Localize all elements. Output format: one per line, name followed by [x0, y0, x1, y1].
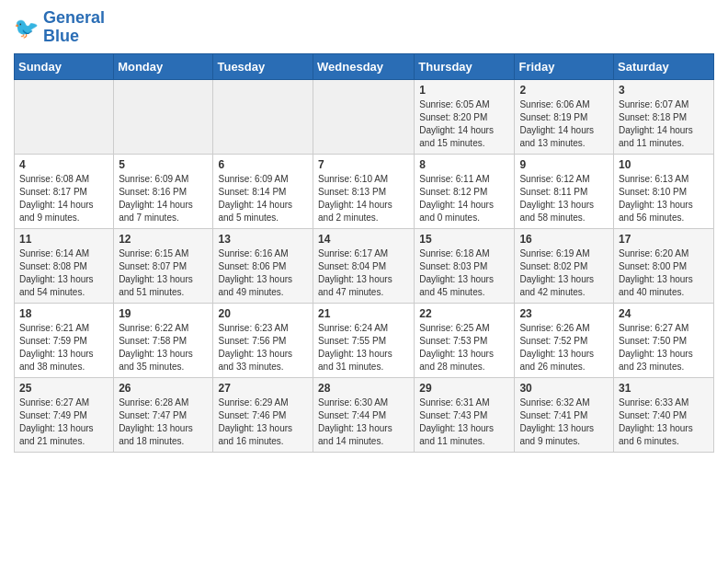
day-info: Sunrise: 6:30 AM Sunset: 7:44 PM Dayligh… [318, 396, 409, 448]
day-info: Sunrise: 6:33 AM Sunset: 7:40 PM Dayligh… [619, 396, 709, 448]
calendar-week-row: 25Sunrise: 6:27 AM Sunset: 7:49 PM Dayli… [15, 377, 714, 452]
logo-text: General Blue [43, 9, 105, 46]
day-number: 4 [19, 158, 108, 171]
calendar-day-27: 27Sunrise: 6:29 AM Sunset: 7:46 PM Dayli… [213, 377, 313, 452]
day-number: 22 [419, 307, 509, 320]
calendar-day-13: 13Sunrise: 6:16 AM Sunset: 8:06 PM Dayli… [213, 228, 313, 303]
day-number: 1 [419, 84, 509, 97]
day-number: 28 [318, 382, 409, 395]
calendar-day-7: 7Sunrise: 6:10 AM Sunset: 8:13 PM Daylig… [313, 154, 415, 228]
calendar-day-22: 22Sunrise: 6:25 AM Sunset: 7:53 PM Dayli… [415, 303, 515, 377]
day-info: Sunrise: 6:24 AM Sunset: 7:55 PM Dayligh… [318, 322, 409, 373]
calendar-empty-cell [15, 79, 114, 154]
day-info: Sunrise: 6:25 AM Sunset: 7:53 PM Dayligh… [419, 322, 509, 373]
calendar-day-14: 14Sunrise: 6:17 AM Sunset: 8:04 PM Dayli… [313, 228, 415, 303]
calendar-day-11: 11Sunrise: 6:14 AM Sunset: 8:08 PM Dayli… [15, 228, 114, 303]
day-number: 30 [519, 382, 609, 395]
calendar-week-row: 11Sunrise: 6:14 AM Sunset: 8:08 PM Dayli… [15, 228, 714, 303]
calendar-day-28: 28Sunrise: 6:30 AM Sunset: 7:44 PM Dayli… [313, 377, 415, 452]
calendar-day-20: 20Sunrise: 6:23 AM Sunset: 7:56 PM Dayli… [213, 303, 313, 377]
day-number: 18 [19, 307, 108, 320]
calendar-week-row: 1Sunrise: 6:05 AM Sunset: 8:20 PM Daylig… [15, 79, 714, 154]
weekday-header-saturday: Saturday [614, 53, 714, 79]
day-info: Sunrise: 6:05 AM Sunset: 8:20 PM Dayligh… [419, 98, 509, 150]
day-number: 3 [619, 84, 709, 97]
day-info: Sunrise: 6:32 AM Sunset: 7:41 PM Dayligh… [519, 396, 609, 448]
calendar-day-24: 24Sunrise: 6:27 AM Sunset: 7:50 PM Dayli… [614, 303, 714, 377]
day-number: 2 [519, 84, 609, 97]
calendar-day-10: 10Sunrise: 6:13 AM Sunset: 8:10 PM Dayli… [614, 154, 714, 228]
day-info: Sunrise: 6:14 AM Sunset: 8:08 PM Dayligh… [19, 247, 108, 299]
day-info: Sunrise: 6:31 AM Sunset: 7:43 PM Dayligh… [419, 396, 509, 448]
weekday-header-friday: Friday [515, 53, 614, 79]
day-number: 23 [519, 307, 609, 320]
day-info: Sunrise: 6:13 AM Sunset: 8:10 PM Dayligh… [619, 173, 709, 224]
weekday-header-tuesday: Tuesday [213, 53, 313, 79]
day-info: Sunrise: 6:27 AM Sunset: 7:49 PM Dayligh… [19, 396, 108, 448]
day-info: Sunrise: 6:28 AM Sunset: 7:47 PM Dayligh… [119, 396, 208, 448]
day-info: Sunrise: 6:19 AM Sunset: 8:02 PM Dayligh… [519, 247, 609, 299]
day-number: 12 [119, 233, 208, 246]
calendar-day-29: 29Sunrise: 6:31 AM Sunset: 7:43 PM Dayli… [415, 377, 515, 452]
calendar-day-30: 30Sunrise: 6:32 AM Sunset: 7:41 PM Dayli… [515, 377, 614, 452]
day-info: Sunrise: 6:07 AM Sunset: 8:18 PM Dayligh… [619, 98, 709, 150]
day-number: 20 [218, 307, 308, 320]
calendar-day-21: 21Sunrise: 6:24 AM Sunset: 7:55 PM Dayli… [313, 303, 415, 377]
calendar-day-3: 3Sunrise: 6:07 AM Sunset: 8:18 PM Daylig… [614, 79, 714, 154]
calendar-table: SundayMondayTuesdayWednesdayThursdayFrid… [14, 53, 714, 453]
day-info: Sunrise: 6:10 AM Sunset: 8:13 PM Dayligh… [318, 173, 409, 224]
day-info: Sunrise: 6:27 AM Sunset: 7:50 PM Dayligh… [619, 322, 709, 373]
weekday-header-sunday: Sunday [15, 53, 114, 79]
day-number: 26 [119, 382, 208, 395]
calendar-day-23: 23Sunrise: 6:26 AM Sunset: 7:52 PM Dayli… [515, 303, 614, 377]
day-number: 29 [419, 382, 509, 395]
calendar-day-18: 18Sunrise: 6:21 AM Sunset: 7:59 PM Dayli… [15, 303, 114, 377]
day-number: 21 [318, 307, 409, 320]
calendar-empty-cell [114, 79, 213, 154]
day-number: 13 [218, 233, 308, 246]
calendar-day-1: 1Sunrise: 6:05 AM Sunset: 8:20 PM Daylig… [415, 79, 515, 154]
weekday-header-wednesday: Wednesday [313, 53, 415, 79]
day-info: Sunrise: 6:09 AM Sunset: 8:16 PM Dayligh… [119, 173, 208, 224]
day-info: Sunrise: 6:21 AM Sunset: 7:59 PM Dayligh… [19, 322, 108, 373]
day-info: Sunrise: 6:20 AM Sunset: 8:00 PM Dayligh… [619, 247, 709, 299]
day-info: Sunrise: 6:18 AM Sunset: 8:03 PM Dayligh… [419, 247, 509, 299]
day-number: 6 [218, 158, 308, 171]
weekday-header-row: SundayMondayTuesdayWednesdayThursdayFrid… [15, 53, 714, 79]
day-info: Sunrise: 6:08 AM Sunset: 8:17 PM Dayligh… [19, 173, 108, 224]
day-number: 17 [619, 233, 709, 246]
logo: 🐦 General Blue [14, 9, 105, 46]
calendar-day-2: 2Sunrise: 6:06 AM Sunset: 8:19 PM Daylig… [515, 79, 614, 154]
day-info: Sunrise: 6:06 AM Sunset: 8:19 PM Dayligh… [519, 98, 609, 150]
day-number: 9 [519, 158, 609, 171]
header: 🐦 General Blue [14, 9, 714, 46]
calendar-day-9: 9Sunrise: 6:12 AM Sunset: 8:11 PM Daylig… [515, 154, 614, 228]
calendar-day-12: 12Sunrise: 6:15 AM Sunset: 8:07 PM Dayli… [114, 228, 213, 303]
day-number: 15 [419, 233, 509, 246]
logo-icon: 🐦 [14, 15, 40, 40]
day-number: 11 [19, 233, 108, 246]
calendar-day-26: 26Sunrise: 6:28 AM Sunset: 7:47 PM Dayli… [114, 377, 213, 452]
day-info: Sunrise: 6:15 AM Sunset: 8:07 PM Dayligh… [119, 247, 208, 299]
day-number: 14 [318, 233, 409, 246]
day-number: 5 [119, 158, 208, 171]
day-info: Sunrise: 6:17 AM Sunset: 8:04 PM Dayligh… [318, 247, 409, 299]
calendar-day-6: 6Sunrise: 6:09 AM Sunset: 8:14 PM Daylig… [213, 154, 313, 228]
calendar-day-25: 25Sunrise: 6:27 AM Sunset: 7:49 PM Dayli… [15, 377, 114, 452]
day-number: 27 [218, 382, 308, 395]
day-number: 19 [119, 307, 208, 320]
calendar-day-31: 31Sunrise: 6:33 AM Sunset: 7:40 PM Dayli… [614, 377, 714, 452]
calendar-day-16: 16Sunrise: 6:19 AM Sunset: 8:02 PM Dayli… [515, 228, 614, 303]
day-info: Sunrise: 6:23 AM Sunset: 7:56 PM Dayligh… [218, 322, 308, 373]
calendar-day-8: 8Sunrise: 6:11 AM Sunset: 8:12 PM Daylig… [415, 154, 515, 228]
day-number: 24 [619, 307, 709, 320]
calendar-day-15: 15Sunrise: 6:18 AM Sunset: 8:03 PM Dayli… [415, 228, 515, 303]
day-info: Sunrise: 6:29 AM Sunset: 7:46 PM Dayligh… [218, 396, 308, 448]
day-info: Sunrise: 6:11 AM Sunset: 8:12 PM Dayligh… [419, 173, 509, 224]
day-info: Sunrise: 6:16 AM Sunset: 8:06 PM Dayligh… [218, 247, 308, 299]
day-info: Sunrise: 6:12 AM Sunset: 8:11 PM Dayligh… [519, 173, 609, 224]
weekday-header-monday: Monday [114, 53, 213, 79]
calendar-empty-cell [213, 79, 313, 154]
day-info: Sunrise: 6:22 AM Sunset: 7:58 PM Dayligh… [119, 322, 208, 373]
calendar-week-row: 18Sunrise: 6:21 AM Sunset: 7:59 PM Dayli… [15, 303, 714, 377]
